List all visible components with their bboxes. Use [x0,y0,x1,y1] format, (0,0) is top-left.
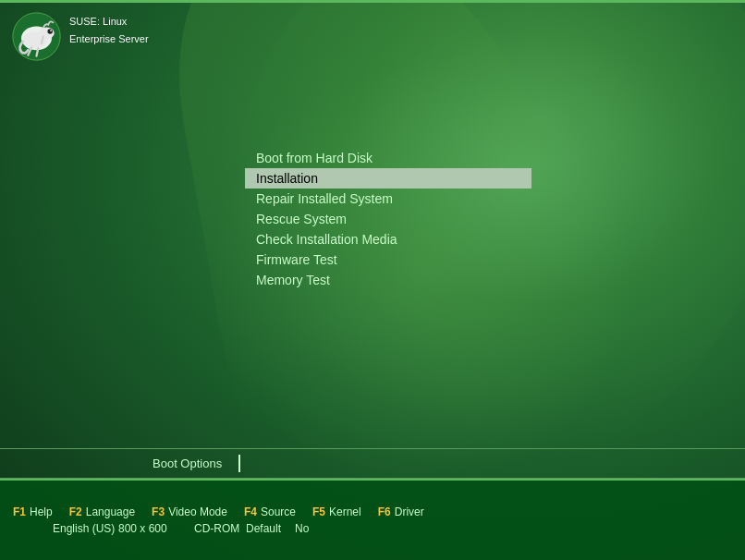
fkey-group-f1[interactable]: F1 Help [13,505,53,518]
fkey-value-group-1: English (US) [53,522,118,535]
fkey-value-group-3: CD-ROM [194,522,246,535]
menu-item-2[interactable]: Repair Installed System [245,189,531,209]
fkey-label-f1: Help [30,505,53,518]
menu-item-4[interactable]: Check Installation Media [245,229,531,250]
fkey-value-2: 800 x 600 [118,522,167,535]
fkey-label-f2: Language [86,505,135,518]
fkey-key-f4: F4 [244,505,257,518]
fkey-value-4: Default [246,522,281,535]
fkey-value-group-2: 800 x 600 [118,522,194,535]
fkey-group-f2[interactable]: F2 Language [69,505,135,518]
fkey-group-f5[interactable]: F5 Kernel [312,505,361,518]
logo-area: SUSE: Linux Enterprise Server [11,11,149,62]
logo-text: SUSE: Linux Enterprise Server [69,11,149,47]
fkey-label-f4: Source [261,505,296,518]
fkey-group-f3[interactable]: F3 Video Mode [152,505,227,518]
boot-options-input[interactable] [238,455,745,472]
fkey-key-f1: F1 [13,505,26,518]
fkey-label-f5: Kernel [329,505,361,518]
menu-item-5[interactable]: Firmware Test [245,250,531,270]
svg-point-5 [50,30,52,31]
svg-point-4 [47,29,53,34]
fkey-key-f6: F6 [378,505,391,518]
menu-item-0[interactable]: Boot from Hard Disk [245,148,531,168]
boot-options-label: Boot Options [0,457,237,470]
fkey-key-f3: F3 [152,505,165,518]
fkey-value-1: English (US) [53,522,115,535]
function-key-bar: F1 HelpF2 LanguageF3 Video ModeF4 Source… [0,479,745,560]
fkey-value-group-5: No [295,522,341,535]
fkey-label-f6: Driver [395,505,424,518]
fkey-values-row: English (US)800 x 600CD-ROMDefaultNo [13,522,732,535]
fkey-value-group-4: Default [246,522,295,535]
fkey-group-f6[interactable]: F6 Driver [378,505,424,518]
menu-item-3[interactable]: Rescue System [245,209,531,229]
menu-item-1[interactable]: Installation [245,168,531,189]
fkey-labels-row: F1 HelpF2 LanguageF3 Video ModeF4 Source… [13,505,732,518]
svg-point-3 [39,27,55,39]
fkey-label-f3: Video Mode [168,505,227,518]
suse-logo-icon [11,11,62,62]
menu-item-6[interactable]: Memory Test [245,270,531,290]
logo-text-line1: SUSE: Linux [69,15,149,29]
fkey-key-f5: F5 [312,505,325,518]
boot-menu: Boot from Hard DiskInstallationRepair In… [245,148,531,290]
fkey-group-f4[interactable]: F4 Source [244,505,296,518]
fkey-value-5: No [295,522,309,535]
top-border [0,0,745,3]
fkey-value-3: CD-ROM [194,522,239,535]
fkey-key-f2: F2 [69,505,82,518]
logo-text-line2: Enterprise Server [69,32,149,46]
boot-options-bar: Boot Options [0,448,745,479]
